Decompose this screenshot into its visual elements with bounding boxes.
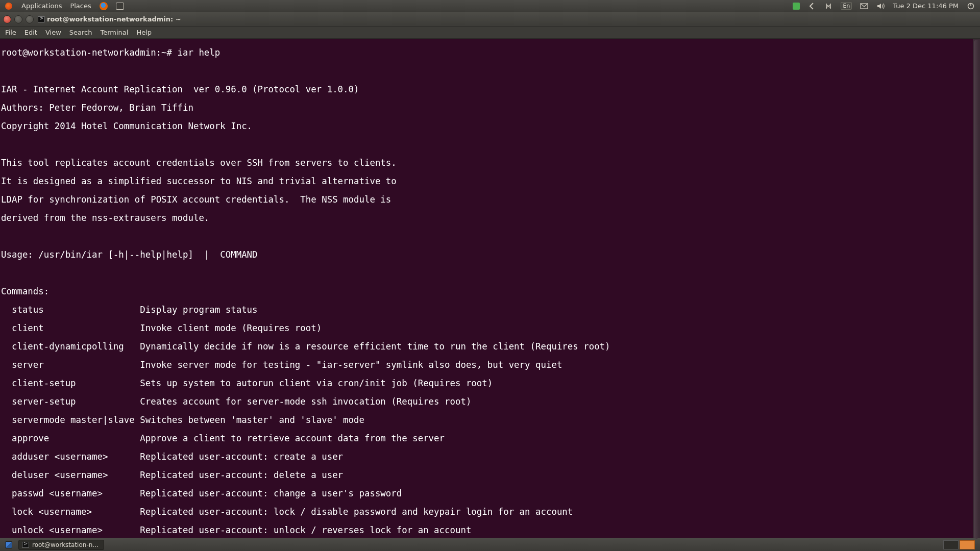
scrollbar-thumb[interactable] bbox=[974, 40, 979, 539]
gnome-top-panel: Applications Places En Tue 2 Dec 11:46 P… bbox=[0, 0, 980, 12]
terminal-viewport[interactable]: root@workstation-networkadmin:~# iar hel… bbox=[0, 39, 980, 538]
scrollbar[interactable] bbox=[973, 39, 980, 538]
window-close-button[interactable] bbox=[3, 15, 11, 23]
menu-help[interactable]: Help bbox=[132, 27, 156, 38]
terminal-launcher[interactable] bbox=[113, 3, 127, 10]
output-line: derived from the nss-extrausers module. bbox=[1, 213, 979, 222]
taskbar-item-terminal[interactable]: root@workstation-n... bbox=[18, 540, 104, 550]
workspace-1[interactable] bbox=[943, 540, 959, 549]
window-maximize-button[interactable] bbox=[26, 15, 34, 23]
output-line: deluser <username> Replicated user-accou… bbox=[1, 470, 979, 480]
applications-menu[interactable]: Applications bbox=[18, 2, 65, 10]
tray-network-icon[interactable] bbox=[821, 2, 836, 10]
window-title-text: root@workstation-networkadmin: ~ bbox=[47, 15, 181, 23]
window-titlebar[interactable]: root@workstation-networkadmin: ~ bbox=[0, 12, 980, 27]
workspace-switcher[interactable] bbox=[943, 540, 975, 549]
menu-search[interactable]: Search bbox=[65, 27, 96, 38]
prompt: root@workstation-networkadmin:~# bbox=[1, 48, 178, 57]
terminal-menubar: File Edit View Search Terminal Help bbox=[0, 27, 980, 39]
chevron-left-icon bbox=[808, 2, 816, 10]
menu-terminal[interactable]: Terminal bbox=[96, 27, 132, 38]
terminal-output[interactable]: root@workstation-networkadmin:~# iar hel… bbox=[0, 39, 980, 538]
output-line: This tool replicates account credentials… bbox=[1, 158, 979, 167]
menu-file[interactable]: File bbox=[1, 27, 20, 38]
output-line: LDAP for synchronization of POSIX accoun… bbox=[1, 195, 979, 204]
volume-icon bbox=[876, 2, 885, 10]
output-line: Authors: Peter Fedorow, Brian Tiffin bbox=[1, 103, 979, 112]
output-line bbox=[1, 268, 979, 278]
shield-icon bbox=[793, 3, 800, 10]
output-line bbox=[1, 140, 979, 149]
tray-mail-icon[interactable] bbox=[857, 2, 871, 10]
output-line: status Display program status bbox=[1, 305, 979, 314]
terminal-icon bbox=[38, 16, 45, 22]
menu-view[interactable]: View bbox=[41, 27, 65, 38]
clock[interactable]: Tue 2 Dec 11:46 PM bbox=[890, 2, 962, 10]
output-line: approve Approve a client to retrieve acc… bbox=[1, 434, 979, 443]
output-line: IAR - Internet Account Replication ver 0… bbox=[1, 85, 979, 94]
network-icon bbox=[824, 2, 832, 10]
terminal-icon bbox=[116, 3, 124, 10]
show-desktop-icon bbox=[5, 541, 12, 548]
output-line: client-dynamicpolling Dynamically decide… bbox=[1, 342, 979, 351]
language-badge: En bbox=[841, 2, 852, 10]
output-line: servermode master|slave Switches between… bbox=[1, 415, 979, 424]
tray-language[interactable]: En bbox=[838, 2, 855, 10]
output-line: It is designed as a simplified successor… bbox=[1, 177, 979, 186]
window-title: root@workstation-networkadmin: ~ bbox=[38, 15, 181, 23]
taskbar-item-label: root@workstation-n... bbox=[32, 541, 99, 548]
terminal-icon bbox=[22, 542, 29, 548]
output-line: server-setup Creates account for server-… bbox=[1, 397, 979, 406]
workspace-2[interactable] bbox=[960, 540, 975, 549]
output-line bbox=[1, 66, 979, 76]
window-minimize-button[interactable] bbox=[14, 15, 22, 23]
output-line: client Invoke client mode (Requires root… bbox=[1, 323, 979, 333]
output-line: unlock <username> Replicated user-accoun… bbox=[1, 525, 979, 535]
command-text: iar help bbox=[178, 48, 220, 57]
tray-power-icon[interactable] bbox=[964, 2, 978, 10]
output-line: lock <username> Replicated user-account:… bbox=[1, 507, 979, 516]
output-line: Copyright 2014 Hotel Communication Netwo… bbox=[1, 121, 979, 131]
tray-update-icon[interactable] bbox=[790, 3, 803, 10]
ubuntu-logo-icon bbox=[5, 3, 12, 10]
power-icon bbox=[967, 2, 975, 10]
output-line bbox=[1, 232, 979, 241]
mail-icon bbox=[860, 2, 868, 10]
output-line: client-setup Sets up system to autorun c… bbox=[1, 379, 979, 388]
firefox-icon bbox=[100, 2, 108, 10]
output-line: adduser <username> Replicated user-accou… bbox=[1, 452, 979, 461]
gnome-bottom-panel: root@workstation-n... bbox=[0, 538, 980, 551]
main-menu-button[interactable] bbox=[2, 3, 16, 10]
output-line: server Invoke server mode for testing - … bbox=[1, 360, 979, 369]
tray-arrow-icon[interactable] bbox=[805, 2, 819, 10]
output-line: Usage: /usr/bin/iar [-h|--help|help] | C… bbox=[1, 250, 979, 259]
output-line: Commands: bbox=[1, 287, 979, 296]
show-desktop-button[interactable] bbox=[2, 538, 15, 551]
tray-volume-icon[interactable] bbox=[873, 2, 888, 10]
places-menu[interactable]: Places bbox=[67, 2, 94, 10]
firefox-launcher[interactable] bbox=[96, 2, 111, 10]
output-line: passwd <username> Replicated user-accoun… bbox=[1, 489, 979, 498]
menu-edit[interactable]: Edit bbox=[20, 27, 41, 38]
